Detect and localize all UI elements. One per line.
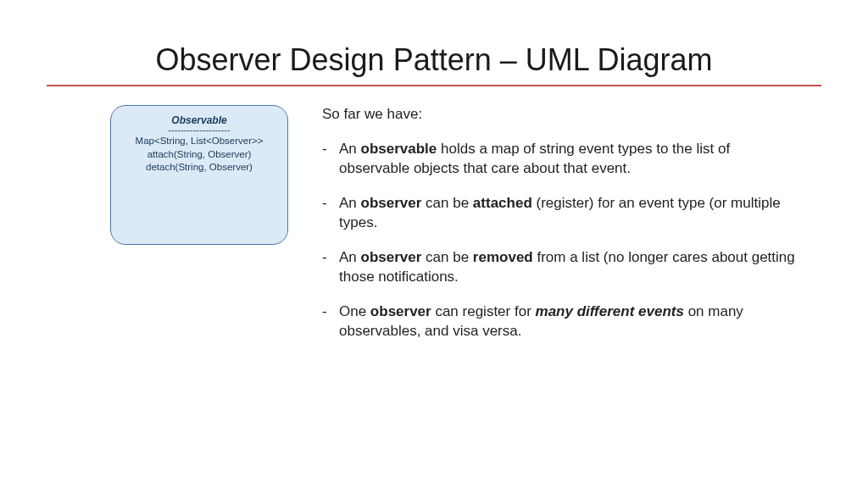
slide: Observer Design Pattern – UML Diagram Ob… bbox=[0, 0, 868, 381]
uml-method-attach: attach(String, Observer) bbox=[118, 148, 281, 162]
uml-field: Map<String, List<Observer>> bbox=[118, 135, 281, 148]
bold-text: observer bbox=[361, 249, 422, 265]
bold-text: removed bbox=[473, 249, 533, 265]
text: can register for bbox=[431, 303, 536, 319]
uml-method-detach: detach(String, Observer) bbox=[118, 161, 281, 175]
list-item: An observer can be removed from a list (… bbox=[322, 248, 796, 287]
text: can be bbox=[421, 195, 473, 211]
bold-text: attached bbox=[473, 195, 532, 211]
content-area: Observable -------------------- Map<Stri… bbox=[47, 105, 821, 356]
title-divider bbox=[47, 85, 821, 86]
text: One bbox=[339, 303, 370, 319]
uml-separator: -------------------- bbox=[118, 125, 281, 135]
list-item: One observer can register for many diffe… bbox=[322, 302, 796, 341]
list-item: An observable holds a map of string even… bbox=[322, 140, 796, 179]
text: An bbox=[339, 249, 361, 265]
uml-observable-box: Observable -------------------- Map<Stri… bbox=[110, 105, 288, 245]
bullet-list: An observable holds a map of string even… bbox=[322, 140, 796, 341]
bold-text: observer bbox=[361, 195, 422, 211]
text-column: So far we have: An observable holds a ma… bbox=[322, 105, 821, 356]
bold-text: observer bbox=[370, 303, 431, 319]
list-item: An observer can be attached (register) f… bbox=[322, 194, 796, 233]
lead-text: So far we have: bbox=[322, 105, 796, 125]
slide-title: Observer Design Pattern – UML Diagram bbox=[47, 42, 821, 78]
text: can be bbox=[421, 249, 473, 265]
diagram-column: Observable -------------------- Map<Stri… bbox=[47, 105, 288, 356]
text: An bbox=[339, 141, 361, 157]
bold-italic-text: many different events bbox=[536, 303, 684, 319]
text: An bbox=[339, 195, 361, 211]
bold-text: observable bbox=[361, 141, 437, 157]
